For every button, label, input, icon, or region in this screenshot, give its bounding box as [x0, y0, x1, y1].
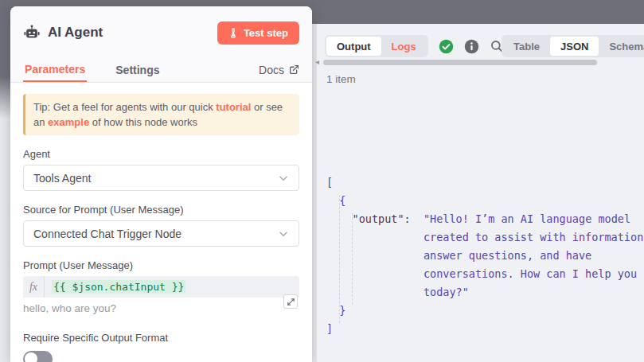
toggle-knob — [25, 352, 37, 362]
output-panel: Output Logs Table JSON Schema — [317, 24, 644, 362]
agent-select[interactable]: Tools Agent — [23, 165, 299, 191]
tab-json[interactable]: JSON — [550, 37, 599, 56]
agent-field-label: Agent — [23, 148, 299, 160]
example-link[interactable]: example — [48, 116, 89, 128]
node-settings-panel: AI Agent Test step Parameters Settings D… — [10, 6, 312, 362]
prompt-field-label: Prompt (User Message) — [23, 259, 299, 271]
source-field-label: Source for Prompt (User Message) — [23, 204, 299, 216]
tip-banner: Tip: Get a feel for agents with our quic… — [23, 94, 299, 135]
test-step-button[interactable]: Test step — [217, 21, 299, 45]
prompt-expression-field[interactable]: fx {{ $json.chatInput }} — [23, 276, 299, 298]
external-link-icon — [289, 64, 299, 75]
tab-schema[interactable]: Schema — [599, 37, 644, 56]
robot-icon — [23, 24, 41, 41]
scroll-left-arrow-icon[interactable]: ◂ — [315, 57, 319, 66]
expression-value[interactable]: {{ $json.chatInput }} — [52, 280, 185, 294]
page-title: AI Agent — [48, 25, 217, 41]
tab-settings[interactable]: Settings — [114, 57, 161, 82]
tutorial-link[interactable]: tutorial — [216, 101, 251, 113]
json-code: [ { "output": "Hello! I’m an AI language… — [326, 173, 644, 338]
indent-guide — [352, 213, 353, 305]
items-count: 1 item — [326, 73, 356, 85]
expression-preview-text: hello, who are you? — [23, 302, 299, 314]
tab-table[interactable]: Table — [503, 37, 550, 56]
output-format-toggle[interactable] — [23, 351, 53, 362]
indent-guide — [339, 195, 340, 323]
expand-expression-icon[interactable] — [283, 294, 298, 309]
tab-parameters[interactable]: Parameters — [23, 57, 87, 82]
success-check-icon — [439, 39, 454, 54]
scrollbar-thumb[interactable] — [323, 60, 597, 65]
output-logs-tabs: Output Logs — [325, 35, 428, 57]
node-header: AI Agent Test step Parameters Settings D… — [10, 6, 312, 83]
horizontal-scrollbar[interactable]: ◂ — [320, 60, 597, 65]
tab-logs[interactable]: Logs — [381, 37, 427, 56]
chevron-down-icon — [278, 173, 289, 184]
node-tabs: Parameters Settings Docs — [23, 57, 299, 82]
chevron-down-icon — [278, 228, 289, 239]
output-format-label: Require Specific Output Format — [23, 332, 299, 344]
canvas-dim-fade — [0, 24, 10, 119]
prompt-source-select[interactable]: Connected Chat Trigger Node — [23, 220, 299, 247]
fx-badge: fx — [23, 276, 45, 298]
view-mode-tabs: Table JSON Schema — [502, 35, 644, 57]
json-output-view: [ { "output": "Hello! I’m an AI language… — [326, 100, 644, 362]
flask-icon — [228, 28, 238, 38]
docs-link[interactable]: Docs — [259, 64, 299, 76]
tab-output[interactable]: Output — [326, 37, 381, 56]
info-icon[interactable] — [464, 39, 479, 54]
